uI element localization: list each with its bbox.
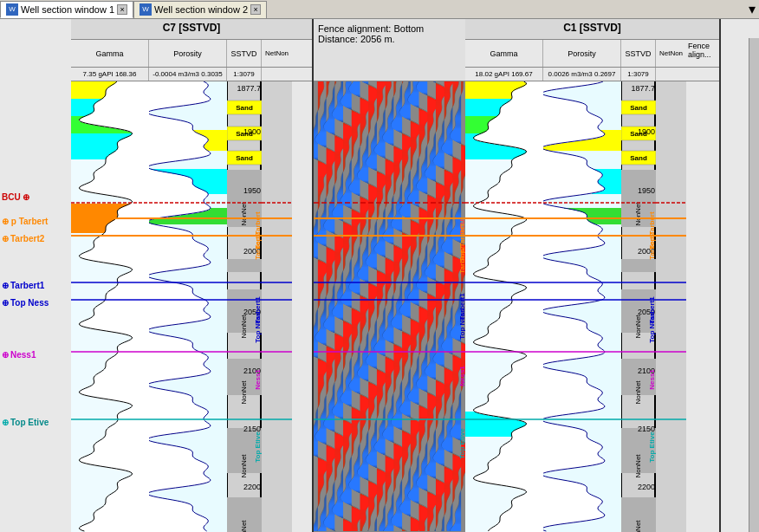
c1-tracks-area — [465, 81, 719, 532]
c1-porosity-header: Porosity — [543, 40, 621, 67]
c1-depth-track — [621, 81, 656, 532]
formation-topetive-label: ⊕ Top Etive — [2, 418, 49, 427]
c7-depth-track — [227, 81, 262, 532]
c7-well-panel: C7 [SSTVD] Gamma Porosity SSTVD NetNon — [71, 19, 314, 532]
tab-well-section-1[interactable]: W Well section window 1 × — [0, 1, 133, 18]
app-container: W Well section window 1 × W Well section… — [0, 0, 759, 532]
tab-2-close[interactable]: × — [250, 4, 261, 15]
topness-icon: ⊕ — [2, 298, 9, 308]
tab-1-close[interactable]: × — [117, 4, 127, 15]
seismic-panel: Fence alignment: Bottom Distance: 2056 m… — [314, 19, 465, 532]
ness1-icon: ⊕ — [2, 350, 9, 360]
scrollbar[interactable] — [749, 38, 759, 532]
c1-net-value — [656, 68, 686, 81]
c1-sstvd-header: SSTVD — [621, 40, 656, 67]
c7-sstvd-value: 1:3079 — [227, 68, 262, 81]
tab-icon-2: W — [139, 3, 152, 16]
c7-title: C7 [SSTVD] — [71, 19, 312, 40]
c7-gamma-track — [71, 81, 149, 532]
c7-track-values: 7.35 gAPI 168.36 -0.0004 m3/m3 0.3035 1:… — [71, 68, 312, 81]
c1-sstvd-value: 1:3079 — [621, 68, 656, 81]
c1-well-panel: C1 [SSTVD] Gamma Porosity SSTVD NetNon F… — [465, 19, 721, 532]
topetive-text: Top Etive — [10, 418, 49, 427]
tarbert1-icon: ⊕ — [2, 281, 9, 290]
formation-topness-label: ⊕ Top Ness — [2, 298, 49, 308]
c1-fence-align-label: Fence align... — [686, 40, 719, 67]
c7-track-headers: Gamma Porosity SSTVD NetNon — [71, 40, 312, 68]
topness-text: Top Ness — [10, 298, 49, 308]
c1-porosity-track — [543, 81, 621, 532]
c7-porosity-track — [149, 81, 227, 532]
c1-title: C1 [SSTVD] — [465, 19, 719, 40]
formation-ness1-label: ⊕ Ness1 — [2, 350, 36, 360]
c1-gamma-track — [465, 81, 543, 532]
c7-gamma-values: 7.35 gAPI 168.36 — [71, 68, 149, 81]
fence-info: Fence alignment: Bottom Distance: 2056 m… — [314, 19, 465, 81]
formation-tarbert1-label: ⊕ Tarbert1 — [2, 281, 44, 290]
tarbert1-text: Tarbert1 — [10, 281, 44, 290]
c7-tracks-area — [71, 81, 312, 532]
tarbert2-text: Tarbert2 — [10, 234, 44, 243]
tab-2-label: Well section window 2 — [154, 4, 248, 15]
c1-net-track — [656, 81, 686, 532]
bcu-text: BCU — [2, 192, 21, 202]
tab-icon-1: W — [6, 3, 18, 16]
c7-porosity-values: -0.0004 m3/m3 0.3035 — [149, 68, 227, 81]
c7-netnonnet-header: NetNon — [262, 40, 292, 67]
fence-alignment: Fence alignment: Bottom — [318, 23, 461, 34]
c1-gamma-header: Gamma — [465, 40, 543, 67]
formation-bcu-label: BCU ⊕ — [2, 192, 29, 202]
ptarbert-text: p Tarbert — [11, 217, 49, 226]
title-bar: W Well section window 1 × W Well section… — [0, 0, 759, 19]
ness1-text: Ness1 — [10, 350, 36, 360]
c7-sstvd-header: SSTVD — [227, 40, 262, 67]
c7-net-track — [262, 81, 292, 532]
c7-net-value — [262, 68, 292, 81]
topetive-icon: ⊕ — [2, 418, 9, 427]
tab-1-label: Well section window 1 — [21, 4, 114, 15]
fence-distance: Distance: 2056 m. — [318, 34, 461, 44]
tarbert2-icon: ⊕ — [2, 234, 9, 243]
c1-netnonnet-header: NetNon — [656, 40, 686, 67]
c7-title-text: C7 [SSTVD] — [163, 22, 221, 34]
c1-porosity-values: 0.0026 m3/m3 0.2697 — [543, 68, 621, 81]
window-minimize[interactable]: ▾ — [749, 1, 759, 17]
main-content: BCU ⊕ ⊕ p Tarbert ⊕ Tarbert2 ⊕ Tarbert1 … — [0, 19, 759, 532]
seismic-track — [314, 81, 465, 532]
formation-labels-left: BCU ⊕ ⊕ p Tarbert ⊕ Tarbert2 ⊕ Tarbert1 … — [0, 80, 71, 532]
bcu-icon: ⊕ — [23, 192, 29, 202]
c7-porosity-header: Porosity — [149, 40, 227, 67]
c1-title-text: C1 [SSTVD] — [563, 22, 621, 34]
formation-tarbert2-label: ⊕ Tarbert2 — [2, 234, 44, 243]
tab-well-section-2[interactable]: W Well section window 2 × — [133, 1, 267, 18]
c1-gamma-values: 18.02 gAPI 169.67 — [465, 68, 543, 81]
c1-track-values: 18.02 gAPI 169.67 0.0026 m3/m3 0.2697 1:… — [465, 68, 719, 81]
ptarbert-icon: ⊕ — [2, 217, 9, 226]
c1-track-headers: Gamma Porosity SSTVD NetNon Fence align.… — [465, 40, 719, 68]
c7-gamma-header: Gamma — [71, 40, 149, 67]
formation-ptarbert-label: ⊕ p Tarbert — [2, 217, 48, 226]
